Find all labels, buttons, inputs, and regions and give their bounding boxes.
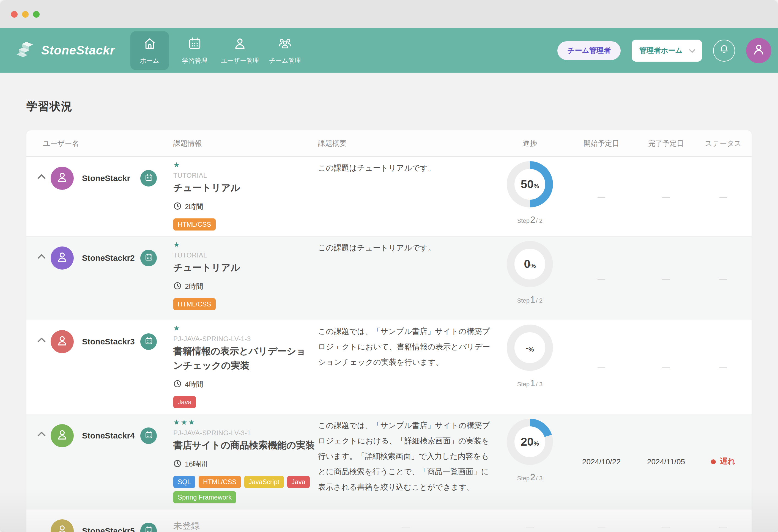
table-body: StoneStackr★TUTORIALチュートリアル2時間HTML/CSSこの… xyxy=(26,157,752,532)
nav-item-user[interactable]: ユーザー管理 xyxy=(221,31,259,70)
task-duration: 4時間 xyxy=(173,380,315,389)
assign-task-button[interactable] xyxy=(140,250,157,266)
calendar-icon xyxy=(187,36,202,53)
team-icon xyxy=(277,36,293,53)
column-header: ステータス xyxy=(695,138,752,148)
tech-tag: Spring Framework xyxy=(173,491,236,504)
task-summary: この課題では、「サンプル書店」サイトの構築プロジェクトにおいて、書籍情報の表示と… xyxy=(318,323,494,370)
navbar-right: チーム管理者 管理者ホーム xyxy=(558,38,773,63)
column-header: 完了予定日 xyxy=(637,138,695,148)
progress-percent: -% xyxy=(507,325,553,371)
task-info-cell: ★PJ-JAVA-SPRING-LV-1-3書籍情報の表示とバリデーションチェッ… xyxy=(173,320,318,414)
user-icon xyxy=(55,523,69,532)
empty-value: — xyxy=(662,274,670,283)
user-avatar xyxy=(51,424,74,447)
user-cell: StoneStackr3 xyxy=(26,320,173,414)
collapse-row-button[interactable] xyxy=(37,172,46,181)
user-avatar xyxy=(51,330,74,353)
user-cell: StoneStackr5 xyxy=(26,510,173,532)
step-current: 2 xyxy=(530,215,535,226)
nav-item-calendar[interactable]: 学習管理 xyxy=(175,31,214,70)
clock-icon xyxy=(173,282,181,292)
minimize-window-button[interactable] xyxy=(22,11,28,17)
calendar-icon xyxy=(144,253,153,263)
progress-donut: 0% xyxy=(507,241,553,287)
task-summary: この課題では、「サンプル書店」サイトの構築プロジェクトにおける、「詳細検索画面」… xyxy=(318,417,494,495)
status-label: 遅れ xyxy=(720,457,735,466)
nav-item-home[interactable]: ホーム xyxy=(131,31,169,70)
step-label: Step xyxy=(517,381,530,387)
task-duration-text: 2時間 xyxy=(185,202,203,212)
progress-percent: 0% xyxy=(507,241,553,287)
end-date-cell: 2024/11/05 xyxy=(637,457,695,466)
main-content: 学習状況 ユーザー名課題情報課題概要進捗開始予定日完了予定日ステータス Ston… xyxy=(0,99,778,532)
empty-value: — xyxy=(598,192,605,201)
empty-value: — xyxy=(598,522,605,531)
progress-donut: 20% xyxy=(507,419,553,465)
assign-task-button[interactable] xyxy=(140,428,157,444)
empty-value: — xyxy=(598,363,605,371)
status-cell: — xyxy=(695,192,752,201)
user-icon xyxy=(233,36,247,53)
step-total: / 3 xyxy=(536,475,543,481)
collapse-row-button[interactable] xyxy=(37,429,46,439)
step-current: 1 xyxy=(530,378,535,389)
chevron-up-icon xyxy=(37,335,46,345)
table-row: StoneStackr3★PJ-JAVA-SPRING-LV-1-3書籍情報の表… xyxy=(26,320,752,414)
progress-percent: 20% xyxy=(507,419,553,465)
profile-avatar[interactable] xyxy=(746,38,771,63)
user-name: StoneStackr2 xyxy=(82,246,135,270)
task-duration-text: 2時間 xyxy=(185,282,203,292)
task-summary-cell: この課題では、「サンプル書店」サイトの構築プロジェクトにおいて、書籍情報の表示と… xyxy=(318,320,494,414)
nav-item-label: ホーム xyxy=(140,56,159,65)
task-info-cell: ★TUTORIALチュートリアル2時間HTML/CSS xyxy=(173,237,318,320)
assign-task-button[interactable] xyxy=(140,523,157,532)
progress-cell: — xyxy=(494,522,566,531)
notifications-button[interactable] xyxy=(713,39,735,61)
user-avatar xyxy=(51,167,74,190)
task-duration: 2時間 xyxy=(173,202,315,212)
user-name: StoneStackr5 xyxy=(82,519,135,532)
table-row: StoneStackr★TUTORIALチュートリアル2時間HTML/CSSこの… xyxy=(26,157,752,236)
task-code: TUTORIAL xyxy=(173,172,315,179)
percent-sign: % xyxy=(534,183,539,189)
brand-logo[interactable]: StoneStackr xyxy=(16,39,115,61)
not-registered-label: 未登録 xyxy=(173,520,315,532)
progress-donut: -% xyxy=(507,325,553,371)
percent-sign: % xyxy=(530,262,536,269)
percent-sign: % xyxy=(529,346,534,353)
task-duration-text: 16時間 xyxy=(185,459,207,469)
progress-percent: 50% xyxy=(507,161,553,207)
assign-task-button[interactable] xyxy=(140,170,157,186)
app-window: StoneStackr ホーム学習管理ユーザー管理チーム管理 チーム管理者 管理… xyxy=(0,0,778,532)
collapse-row-button[interactable] xyxy=(37,251,46,261)
empty-value: — xyxy=(598,274,605,283)
home-select-dropdown[interactable]: 管理者ホーム xyxy=(632,39,702,61)
empty-value: — xyxy=(719,522,727,531)
empty-value: — xyxy=(662,192,670,201)
assign-task-button[interactable] xyxy=(140,333,157,350)
nav-item-team[interactable]: チーム管理 xyxy=(266,31,304,70)
clock-icon xyxy=(173,380,181,389)
collapse-row-button[interactable] xyxy=(37,335,46,345)
empty-value: — xyxy=(402,522,410,531)
calendar-icon xyxy=(144,526,153,532)
end-date: 2024/11/05 xyxy=(647,457,685,466)
empty-value: — xyxy=(662,522,670,531)
step-label: Step xyxy=(517,475,530,481)
user-icon xyxy=(55,333,69,350)
empty-value: — xyxy=(526,522,534,531)
table-row: StoneStackr5未登録————— xyxy=(26,509,752,532)
user-icon xyxy=(55,170,69,186)
chevron-up-icon xyxy=(37,429,46,439)
close-window-button[interactable] xyxy=(11,11,18,17)
end-date-cell: — xyxy=(637,363,695,371)
task-code: TUTORIAL xyxy=(173,251,315,259)
maximize-window-button[interactable] xyxy=(33,11,40,17)
calendar-icon xyxy=(144,431,153,441)
step-indicator: Step2 / 3 xyxy=(517,472,543,483)
step-indicator: Step1 / 3 xyxy=(517,378,543,389)
task-title: チュートリアル xyxy=(173,261,315,275)
task-info-cell: ★TUTORIALチュートリアル2時間HTML/CSS xyxy=(173,157,318,236)
empty-value: — xyxy=(662,363,670,371)
